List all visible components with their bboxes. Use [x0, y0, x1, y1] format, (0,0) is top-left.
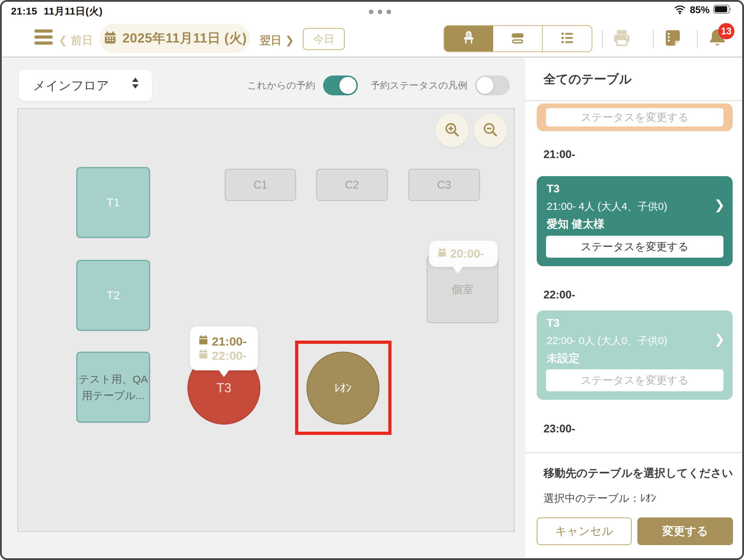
upcoming-toggle-label: これからの予約	[247, 79, 315, 92]
chevron-right-icon[interactable]: ❯	[714, 197, 725, 212]
notification-badge: 13	[718, 23, 734, 39]
tooltip-pointer	[219, 370, 229, 377]
table-view-tab[interactable]	[493, 26, 542, 51]
next-day-button[interactable]: 翌日❯	[260, 33, 294, 48]
move-prompt: 移動先のテーブルを選択してください	[543, 466, 733, 481]
time-heading: 21:00-	[543, 148, 575, 161]
confirm-change-button[interactable]: 変更する	[637, 517, 733, 545]
list-view-tab[interactable]	[542, 26, 592, 51]
view-mode-segmented-control	[444, 25, 592, 52]
selection-highlight-box	[295, 341, 391, 435]
current-date: 2025年11月11日 (火)	[123, 29, 247, 47]
note-icon	[663, 28, 683, 50]
status-right: 85%	[673, 4, 732, 16]
divider	[697, 30, 698, 48]
multitask-dots-icon	[369, 10, 391, 14]
reservation-card-2200[interactable]: T3 22:00- 0人 (大人0、子供0) ❯ 未設定 ステータスを変更する	[537, 310, 733, 400]
table-layout-icon	[509, 29, 526, 48]
toggle-knob	[477, 77, 494, 94]
battery-percent: 85%	[690, 4, 710, 16]
divider	[602, 30, 603, 48]
device-frame: 21:1511月11日(火) 85% ❮前日 2025年11月11日 (火) 翌…	[0, 0, 744, 560]
table-c1[interactable]: C1	[225, 169, 296, 201]
card-guest-name: 未設定	[547, 351, 580, 366]
list-icon	[558, 29, 576, 48]
floor-map: T1 T2 テスト用、QA 用テーブル... C1 C2 C3 個室 20:00…	[17, 108, 515, 532]
chevron-left-icon: ❮	[58, 34, 67, 46]
zoom-in-button[interactable]	[435, 114, 469, 147]
tooltip-pointer	[452, 267, 463, 274]
battery-icon	[713, 5, 732, 15]
date-display[interactable]: 2025年11月11日 (火)	[100, 24, 250, 53]
status-time-date: 21:1511月11日(火)	[11, 5, 102, 18]
t3-tooltip: 21:00- 22:00-	[190, 326, 258, 370]
toggle-row: これからの予約 予約ステータスの凡例	[2, 75, 515, 95]
table-c3[interactable]: C3	[408, 169, 480, 201]
calendar-icon	[198, 348, 209, 363]
change-status-button[interactable]: ステータスを変更する	[546, 236, 723, 258]
time-heading: 23:00-	[543, 422, 575, 435]
chevron-right-icon[interactable]: ❯	[714, 332, 725, 347]
table-t2[interactable]: T2	[76, 260, 150, 331]
table-c2[interactable]: C2	[316, 169, 388, 201]
change-status-button[interactable]: ステータスを変更する	[546, 369, 723, 391]
divider	[525, 452, 744, 453]
card-table-name: T3	[547, 317, 559, 330]
today-button[interactable]: 今日	[303, 28, 345, 50]
print-button[interactable]	[610, 27, 634, 51]
card-detail: 21:00- 4人 (大人4、子供0)	[547, 200, 667, 214]
reservation-card-2100[interactable]: T3 21:00- 4人 (大人4、子供0) ❯ 愛知 健太様 ステータスを変更…	[537, 176, 733, 266]
divider	[653, 30, 654, 48]
table-t1[interactable]: T1	[76, 167, 150, 238]
change-status-button[interactable]: ステータスを変更する	[546, 108, 723, 127]
legend-toggle[interactable]	[475, 75, 510, 95]
selected-table-value: ﾚｵﾝ	[640, 492, 656, 504]
divider	[525, 100, 744, 101]
card-detail: 22:00- 0人 (大人0、子供0)	[547, 334, 667, 348]
status-date: 11月11日(火)	[44, 6, 102, 17]
calendar-icon	[437, 247, 447, 261]
calendar-icon	[103, 30, 118, 46]
chair-icon	[460, 29, 478, 48]
toggle-knob	[339, 77, 356, 94]
sidebar-all-tables: 全てのテーブル ステータスを変更する 21:00- T3 21:00- 4人 (…	[525, 58, 744, 560]
printer-icon	[611, 27, 633, 50]
chevron-right-icon: ❯	[285, 34, 294, 46]
memo-button[interactable]	[661, 27, 685, 51]
cancel-button[interactable]: キャンセル	[537, 517, 632, 545]
zoom-out-icon	[481, 121, 500, 140]
app-screen: 21:1511月11日(火) 85% ❮前日 2025年11月11日 (火) 翌…	[0, 0, 744, 560]
upcoming-toggle[interactable]	[323, 75, 358, 95]
calendar-icon	[198, 334, 209, 348]
floor-view-tab[interactable]	[444, 26, 493, 51]
time-heading: 22:00-	[543, 289, 575, 301]
prev-day-button[interactable]: ❮前日	[58, 33, 93, 48]
wifi-icon	[673, 4, 686, 16]
zoom-out-button[interactable]	[474, 114, 507, 147]
legend-toggle-label: 予約ステータスの凡例	[371, 79, 467, 92]
card-guest-name: 愛知 健太様	[547, 217, 605, 231]
private-room-tooltip: 20:00-	[429, 241, 498, 267]
menu-icon[interactable]	[34, 29, 53, 45]
zoom-in-icon	[443, 121, 461, 140]
table-test-qa[interactable]: テスト用、QA 用テーブル...	[76, 352, 150, 423]
status-bar: 21:1511月11日(火) 85%	[2, 2, 742, 17]
selected-table-line: 選択中のテーブル：ﾚｵﾝ	[543, 491, 656, 506]
sidebar-title: 全てのテーブル	[543, 71, 632, 88]
notifications-button[interactable]: 13	[705, 27, 729, 51]
header-toolbar: ❮前日 2025年11月11日 (火) 翌日❯ 今日	[2, 17, 742, 57]
card-table-name: T3	[547, 183, 559, 195]
reservation-card-partial[interactable]: ステータスを変更する	[537, 103, 733, 131]
status-time: 21:15	[11, 6, 37, 17]
